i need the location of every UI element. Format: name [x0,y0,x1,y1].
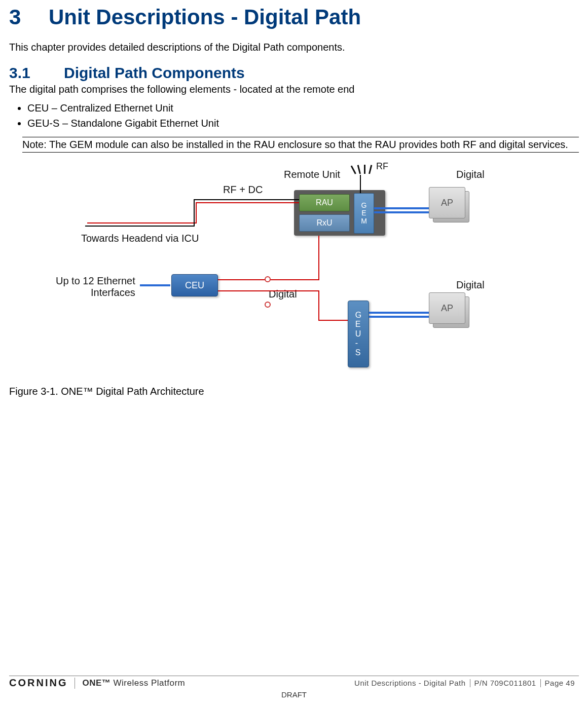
footer-pn: P/N 709C011801 [470,679,540,687]
geus-to-ap-line [369,312,429,314]
draft-watermark: DRAFT [9,690,579,699]
gem-to-ap-line [374,207,429,209]
chapter-title: Unit Descriptions - Digital Path [49,5,361,29]
chapter-intro: This chapter provides detailed descripti… [9,42,579,53]
list-item: GEU-S – Standalone Gigabit Ethernet Unit [27,116,579,131]
rf-label: RF [376,161,388,172]
geus-unit: G E U - S [348,301,369,367]
corning-logo: CORNING [9,677,67,689]
platform-name: ONE™ Wireless Platform [82,678,185,688]
rau-module: RAU [299,194,350,211]
gem-to-ap-line-2 [374,211,429,213]
section-intro: The digital path comprises the following… [9,84,579,95]
section-number: 3.1 [9,64,64,82]
ceu-unit: CEU [171,274,218,296]
fiber-icon [265,302,271,308]
note-box: Note: The GEM module can also be install… [22,137,579,153]
chapter-number: 3 [9,5,49,29]
ap-label: AP [429,187,465,218]
up-to-12-label: Up to 12 Ethernet Interfaces [56,275,135,299]
page-footer: CORNING ONE™ Wireless Platform Unit Desc… [9,676,579,699]
note-text: Note: The GEM module can also be install… [22,139,568,150]
component-list: CEU – Centralized Ethernet Unit GEU-S – … [9,100,579,131]
gem-module: G E M [354,193,374,234]
architecture-diagram: RAU RxU G E M Remote Unit RF Digital AP … [35,160,553,383]
digital-top-label: Digital [456,169,485,180]
geus-to-ap-line-2 [369,316,429,318]
footer-divider [75,678,75,689]
chapter-heading: 3Unit Descriptions - Digital Path [9,5,579,29]
figure-caption: Figure 3-1. ONE™ Digital Path Architectu… [9,386,579,397]
towards-headend-label: Towards Headend via ICU [81,233,199,244]
rxu-module: RxU [299,214,350,232]
rf-dc-label: RF + DC [223,184,263,196]
section-title: Digital Path Components [64,64,245,81]
eth-to-ceu-line [140,284,170,286]
fiber-icon [265,276,271,282]
ap-label: AP [429,292,465,324]
remote-unit-label: Remote Unit [284,169,340,180]
digital-bottom-label: Digital [456,279,485,291]
footer-chapter: Unit Descriptions - Digital Path [350,679,469,687]
list-item: CEU – Centralized Ethernet Unit [27,100,579,116]
footer-page: Page 49 [541,679,579,687]
section-heading: 3.1Digital Path Components [9,64,579,82]
rf-antenna-line [360,175,361,193]
